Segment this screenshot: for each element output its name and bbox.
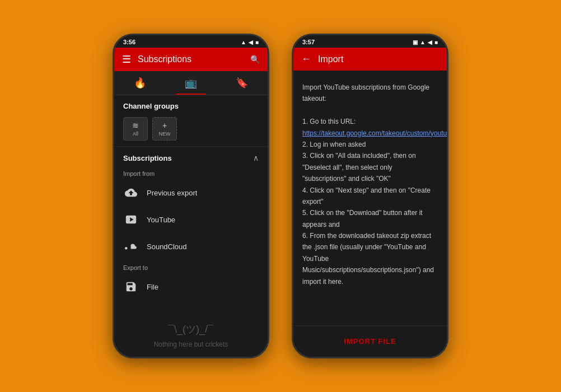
file-label: File — [147, 283, 158, 291]
step-4: 4. Click on "Next step" and then on "Cre… — [302, 186, 431, 206]
import-previous-export[interactable]: Previous export — [114, 179, 268, 206]
kaomoji: ¯\_(ツ)_/¯ — [169, 323, 213, 336]
channel-groups-list: ≋ All + NEW — [114, 114, 268, 146]
wifi-icon-2: ◀ — [428, 39, 432, 45]
channel-groups-header: Channel groups — [114, 95, 268, 114]
import-content: Import YouTube subscriptions from Google… — [293, 71, 447, 325]
tv-icon: 📺 — [185, 77, 197, 89]
fire-icon: 🔥 — [134, 77, 146, 89]
wifi-icon: ◀ — [249, 39, 253, 45]
tab-subscriptions[interactable]: 📺 — [165, 71, 216, 95]
time-2: 3:57 — [302, 39, 315, 45]
subscriptions-title: Subscriptions — [123, 154, 172, 162]
subscriptions-content: Channel groups ≋ All + NEW Subscriptions… — [114, 95, 268, 357]
status-icons-2: ▣ ▲ ◀ ■ — [413, 39, 438, 45]
takeout-link[interactable]: https://takeout.google.com/takeout/custo… — [302, 129, 447, 137]
expand-icon[interactable]: ∧ — [253, 153, 259, 162]
group-chip-all[interactable]: ≋ All — [123, 117, 148, 141]
menu-icon[interactable]: ☰ — [122, 53, 131, 66]
step-5: 5. Click on the "Download" button after … — [302, 209, 423, 228]
signal-icon: ▲ — [241, 39, 246, 45]
empty-state: ¯\_(ツ)_/¯ Nothing here but crickets — [114, 300, 268, 357]
group-all-label: All — [133, 131, 138, 137]
search-icon[interactable]: 🔍 — [250, 55, 260, 64]
signal-icon-2: ▲ — [420, 39, 426, 45]
export-file[interactable]: File — [114, 273, 268, 300]
battery-icon: ■ — [255, 39, 259, 45]
tab-trending[interactable]: 🔥 — [114, 71, 165, 95]
status-icons-1: ▲ ◀ ■ — [241, 39, 259, 45]
file-save-icon — [123, 279, 139, 295]
status-bar-1: 3:56 ▲ ◀ ■ — [114, 35, 268, 48]
subscriptions-header: Subscriptions ∧ — [114, 147, 268, 166]
app-bar-subscriptions: ☰ Subscriptions 🔍 — [114, 48, 268, 71]
step-6: 6. From the downloaded takeout zip extra… — [302, 232, 434, 286]
camera-icon: ▣ — [413, 39, 418, 45]
import-label: Import from — [114, 166, 268, 179]
app-title-subscriptions: Subscriptions — [138, 54, 244, 64]
group-new-label: NEW — [159, 131, 171, 137]
youtube-label: YouTube — [147, 216, 175, 224]
soundcloud-label: SoundCloud — [147, 242, 187, 251]
status-bar-2: 3:57 ▣ ▲ ◀ ■ — [293, 35, 447, 48]
export-label: Export to — [114, 260, 268, 273]
phone-import: 3:57 ▣ ▲ ◀ ■ ← Import Import YouTube sub… — [292, 34, 448, 358]
step-1: 1. Go to this URL: https://takeout.googl… — [302, 118, 447, 137]
previous-export-label: Previous export — [147, 189, 197, 197]
import-instructions: Import YouTube subscriptions from Google… — [302, 82, 438, 287]
tab-bookmarks[interactable]: 🔖 — [217, 71, 268, 95]
step-2: 2. Log in when asked — [302, 141, 366, 148]
back-icon[interactable]: ← — [301, 53, 311, 65]
import-file-button[interactable]: IMPORT FILE — [302, 334, 438, 349]
battery-icon-2: ■ — [434, 39, 438, 45]
import-youtube[interactable]: YouTube — [114, 206, 268, 233]
youtube-icon — [123, 212, 139, 227]
tab-bar: 🔥 📺 🔖 — [114, 71, 268, 95]
phone-subscriptions: 3:56 ▲ ◀ ■ ☰ Subscriptions 🔍 🔥 📺 🔖 Chann… — [113, 34, 269, 358]
channel-groups-title: Channel groups — [123, 102, 179, 110]
app-title-import: Import — [318, 54, 439, 64]
step-3: 3. Click on "All data included", then on… — [302, 152, 416, 183]
rss-icon: ≋ — [132, 121, 139, 130]
soundcloud-icon — [123, 239, 139, 254]
group-chip-new[interactable]: + NEW — [152, 117, 177, 141]
bookmark-icon: 🔖 — [236, 77, 248, 89]
bottom-bar-import: IMPORT FILE — [293, 325, 447, 357]
cloud-upload-icon — [123, 185, 139, 200]
plus-icon: + — [162, 121, 167, 130]
empty-text: Nothing here but crickets — [154, 340, 228, 348]
import-soundcloud[interactable]: SoundCloud — [114, 233, 268, 260]
import-heading: Import YouTube subscriptions from Google… — [302, 83, 429, 102]
app-bar-import: ← Import — [293, 48, 447, 71]
time-1: 3:56 — [123, 39, 135, 45]
